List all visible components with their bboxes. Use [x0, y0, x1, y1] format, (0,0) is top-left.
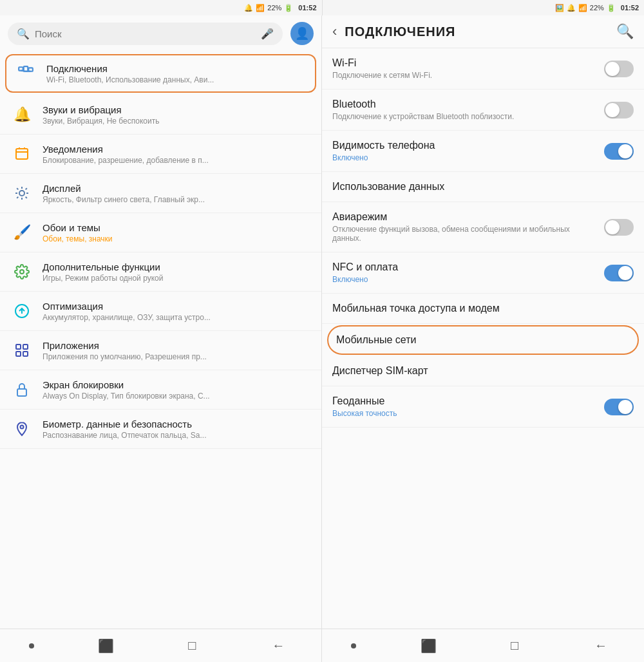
nav-dot-left[interactable]	[29, 643, 34, 648]
right-panel: ‹ ПОДКЛЮЧЕНИЯ 🔍 Wi-Fi Подключение к сетя…	[322, 15, 644, 662]
battery-icon-left: 🔋	[284, 4, 293, 12]
sounds-text: Звуки и вибрация Звуки, Вибрация, Не бес…	[43, 104, 311, 126]
notifications-icon	[10, 142, 33, 166]
mobile-networks-text: Мобильные сети	[336, 334, 630, 346]
biometric-text: Биометр. данные и безопасность Распознав…	[43, 419, 311, 440]
status-bar-left: 🔔 📶 22% 🔋 01:52	[0, 0, 323, 15]
data-usage-text: Использование данных	[332, 181, 634, 193]
hotspot-text: Мобильная точка доступа и модем	[332, 303, 634, 314]
svg-line-16	[17, 197, 18, 198]
search-icon: 🔍	[17, 28, 30, 40]
bluetooth-subtitle: Подключение к устройствам Bluetooth побл…	[332, 112, 596, 121]
wifi-title: Wi-Fi	[332, 57, 596, 69]
svg-rect-21	[16, 345, 21, 349]
connections-subtitle: Wi-Fi, Bluetooth, Использование данных, …	[46, 75, 307, 84]
settings-item-lock[interactable]: Экран блокировки Always On Display, Тип …	[0, 370, 321, 410]
connection-geodata[interactable]: Геоданные Высокая точность	[322, 386, 644, 428]
settings-item-optimization[interactable]: Оптимизация Аккумулятор, хранилище, ОЗУ,…	[0, 292, 321, 331]
optimization-title: Оптимизация	[43, 301, 311, 312]
bluetooth-toggle[interactable]	[604, 102, 634, 118]
nfc-toggle[interactable]	[604, 265, 634, 281]
nav-home-right[interactable]: □	[500, 632, 529, 660]
svg-rect-0	[19, 67, 23, 70]
connection-visibility[interactable]: Видимость телефона Включено	[322, 131, 644, 172]
search-bar-container: 🔍 🎤 👤	[0, 15, 321, 52]
display-title: Дисплей	[43, 183, 311, 194]
sounds-title: Звуки и вибрация	[43, 104, 311, 115]
nav-recent-right[interactable]: ⬛	[414, 632, 442, 660]
connections-icon	[14, 62, 37, 85]
wallpaper-icon: 🖌️	[10, 221, 33, 244]
sim-manager-title: Диспетчер SIM-карт	[332, 365, 634, 377]
nfc-subtitle: Включено	[332, 275, 596, 284]
airplane-title: Авиарежим	[332, 211, 596, 223]
optimization-subtitle: Аккумулятор, хранилище, ОЗУ, защита устр…	[43, 313, 311, 322]
nav-recent-left[interactable]: ⬛	[92, 632, 120, 660]
connection-hotspot[interactable]: Мобильная точка доступа и модем	[322, 294, 644, 324]
geodata-toggle[interactable]	[604, 399, 634, 415]
hotspot-title: Мобильная точка доступа и модем	[332, 303, 634, 314]
data-usage-title: Использование данных	[332, 181, 634, 193]
left-panel: 🔍 🎤 👤	[0, 15, 322, 662]
airplane-subtitle: Отключение функций вызова, обмена сообще…	[332, 225, 596, 243]
connections-title: Подключения	[46, 63, 307, 74]
svg-rect-23	[16, 352, 21, 356]
visibility-text: Видимость телефона Включено	[332, 140, 596, 162]
back-button[interactable]: ‹	[332, 23, 337, 40]
biometric-subtitle: Распознавание лица, Отпечаток пальца, Sa…	[43, 431, 311, 440]
svg-line-12	[17, 188, 18, 189]
svg-rect-5	[16, 149, 28, 159]
visibility-toggle[interactable]	[604, 143, 634, 160]
advanced-title: Дополнительные функции	[43, 261, 311, 272]
connection-nfc[interactable]: NFC и оплата Включено	[322, 252, 644, 294]
status-bar: 🔔 📶 22% 🔋 01:52 🖼️ 🔔 📶 22% 🔋 01:52	[0, 0, 644, 15]
nav-home-left[interactable]: □	[178, 632, 206, 660]
nav-back-left[interactable]: ←	[264, 632, 292, 660]
apps-text: Приложения Приложения по умолчанию, Разр…	[43, 340, 311, 361]
geodata-text: Геоданные Высокая точность	[332, 395, 596, 418]
settings-item-biometric[interactable]: Биометр. данные и безопасность Распознав…	[0, 410, 321, 449]
right-header: ‹ ПОДКЛЮЧЕНИЯ 🔍	[322, 15, 644, 48]
mic-icon[interactable]: 🎤	[261, 28, 274, 40]
connection-data-usage[interactable]: Использование данных	[322, 172, 644, 202]
settings-item-connections[interactable]: Подключения Wi-Fi, Bluetooth, Использова…	[5, 54, 316, 93]
display-icon	[10, 182, 33, 205]
display-text: Дисплей Яркость, Фильтр синего света, Гл…	[43, 183, 311, 204]
connection-bluetooth[interactable]: Bluetooth Подключение к устройствам Blue…	[322, 90, 644, 131]
settings-item-wallpaper[interactable]: 🖌️ Обои и темы Обои, темы, значки	[0, 213, 321, 252]
svg-point-26	[21, 426, 24, 429]
connection-airplane[interactable]: Авиарежим Отключение функций вызова, обм…	[322, 202, 644, 252]
sounds-icon: 🔔	[10, 103, 33, 126]
profile-button[interactable]: 👤	[290, 22, 314, 45]
time-left: 01:52	[298, 4, 316, 12]
signal-icon-left: 📶	[256, 4, 265, 12]
settings-item-sounds[interactable]: 🔔 Звуки и вибрация Звуки, Вибрация, Не б…	[0, 95, 321, 135]
alarm-icon-right: 🔔	[567, 4, 576, 12]
wallpaper-text: Обои и темы Обои, темы, значки	[43, 222, 311, 243]
settings-item-apps[interactable]: Приложения Приложения по умолчанию, Разр…	[0, 331, 321, 370]
svg-point-9	[19, 191, 24, 196]
connection-sim-manager[interactable]: Диспетчер SIM-карт	[322, 356, 644, 386]
nav-back-right[interactable]: ←	[587, 632, 615, 660]
connections-text: Подключения Wi-Fi, Bluetooth, Использова…	[46, 63, 307, 84]
settings-item-notifications[interactable]: Уведомления Блокирование, разрешение, до…	[0, 135, 321, 174]
biometric-title: Биометр. данные и безопасность	[43, 419, 311, 430]
advanced-subtitle: Игры, Режим работы одной рукой	[43, 274, 311, 283]
search-wrapper[interactable]: 🔍 🎤	[8, 23, 283, 45]
wifi-toggle[interactable]	[604, 61, 634, 77]
optimization-icon	[10, 299, 33, 323]
search-input[interactable]	[35, 28, 256, 39]
notifications-subtitle: Блокирование, разрешение, добавление в п…	[43, 156, 311, 165]
nav-dot-right[interactable]	[351, 643, 356, 648]
connection-wifi[interactable]: Wi-Fi Подключение к сетям Wi-Fi.	[322, 48, 644, 90]
signal-icon-right: 📶	[578, 4, 587, 12]
settings-item-advanced[interactable]: Дополнительные функции Игры, Режим работ…	[0, 252, 321, 292]
nfc-title: NFC и оплата	[332, 261, 596, 273]
connection-mobile-networks[interactable]: Мобильные сети	[327, 325, 639, 355]
apps-subtitle: Приложения по умолчанию, Разрешения пр..…	[43, 352, 311, 361]
airplane-toggle[interactable]	[604, 219, 634, 236]
display-subtitle: Яркость, Фильтр синего света, Главный эк…	[43, 195, 311, 204]
settings-item-display[interactable]: Дисплей Яркость, Фильтр синего света, Гл…	[0, 174, 321, 213]
search-button-right[interactable]: 🔍	[616, 23, 634, 40]
svg-line-3	[21, 71, 26, 71]
